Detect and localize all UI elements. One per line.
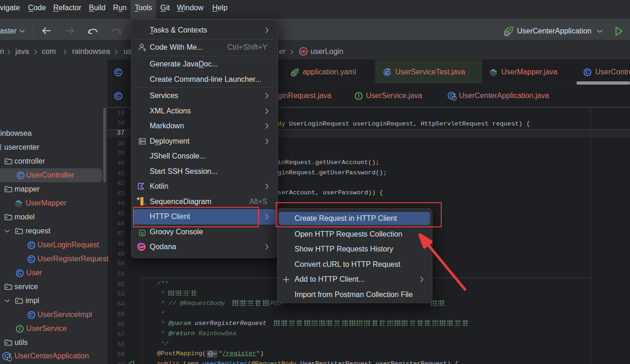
svg-text:I: I bbox=[19, 326, 20, 331]
svg-text:G: G bbox=[140, 231, 144, 236]
svg-text:C: C bbox=[585, 69, 589, 75]
svg-text:C: C bbox=[29, 312, 33, 318]
svg-text:C: C bbox=[29, 242, 33, 248]
svg-text:m: m bbox=[301, 48, 306, 54]
svg-text:C: C bbox=[19, 172, 22, 178]
svg-text:C: C bbox=[29, 256, 33, 262]
svg-text:C: C bbox=[116, 93, 120, 99]
svg-text:C: C bbox=[385, 70, 389, 75]
svg-text:C: C bbox=[116, 69, 120, 75]
svg-text:QD: QD bbox=[139, 245, 143, 248]
svg-text:C: C bbox=[18, 270, 21, 276]
svg-text:I: I bbox=[358, 93, 359, 99]
